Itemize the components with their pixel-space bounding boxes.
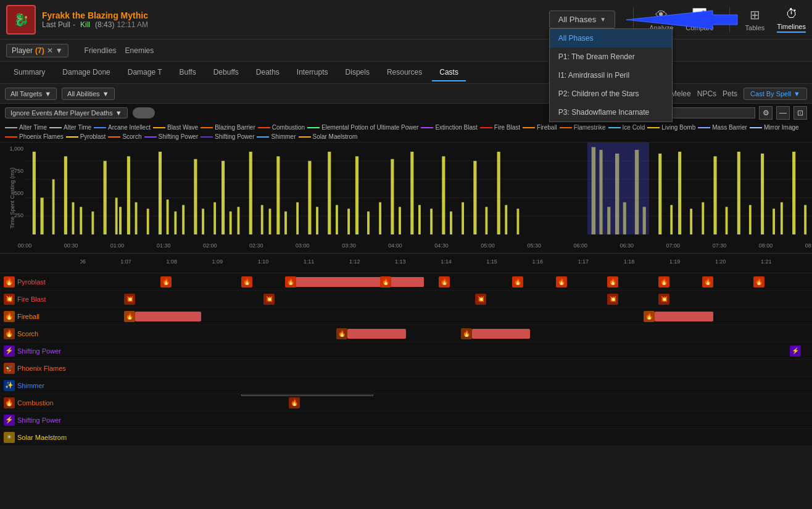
minimize-icon[interactable]: — <box>776 106 790 120</box>
x-tick-0100: 01:00 <box>110 242 125 249</box>
svg-rect-48 <box>450 212 452 234</box>
svg-rect-27 <box>238 207 240 234</box>
phases-all-item[interactable]: All Phases <box>550 29 672 48</box>
tab-summary[interactable]: Summary <box>6 64 52 81</box>
tab-casts[interactable]: Casts <box>432 64 466 81</box>
pyroblast-cast-7[interactable]: 🔥 <box>607 276 618 288</box>
legend-mirror: Mirror Image <box>750 124 799 131</box>
svg-rect-17 <box>147 209 149 234</box>
spell-row-phoenix-flames: 🦅 Phoenix Flames <box>0 360 812 377</box>
svg-rect-70 <box>749 205 752 234</box>
svg-rect-74 <box>792 152 795 234</box>
pyroblast-cast-4[interactable]: 🔥 <box>439 276 450 288</box>
spell-label-shifting-power-2: ⚡ Shifting Power <box>0 415 80 426</box>
phases-container: All Phases ▼ All Phases P1: The Dream Re… <box>549 10 620 28</box>
pyroblast-cast-6[interactable]: 🔥 <box>556 276 567 288</box>
pyroblast-cast-1[interactable]: 🔥 <box>160 276 172 288</box>
scorch-cast-2[interactable]: 🔥 <box>461 328 472 339</box>
tab-deaths[interactable]: Deaths <box>249 64 287 81</box>
pyroblast-cast-8[interactable]: 🔥 <box>658 276 669 288</box>
legend-row: Alter Time Alter Time Arcane Intellect B… <box>0 122 812 143</box>
fire-blast-cast-3[interactable]: 💥 <box>475 294 486 305</box>
y-tick-1000: 1,000 <box>1 146 23 152</box>
player-badge[interactable]: Player (7) ✕ ▼ <box>6 44 68 57</box>
eye-icon: 👁 <box>655 8 668 22</box>
scorch-icon: 🔥 <box>4 328 15 339</box>
tab-damage-t[interactable]: Damage T <box>120 64 170 81</box>
ignore-events-btn[interactable]: Ignore Events After Player Deaths ▼ <box>5 107 128 118</box>
timelines-icon: ⏱ <box>785 7 798 21</box>
pyroblast-cast-9[interactable]: 🔥 <box>702 276 713 288</box>
toggle-switch[interactable] <box>133 107 155 118</box>
tab-buffs[interactable]: Buffs <box>172 64 204 81</box>
tick-114: 1:14 <box>441 259 452 265</box>
spell-row-scorch: 🔥 Scorch 🔥 🔥 <box>0 325 812 342</box>
tick-106: 1:06 <box>80 259 86 265</box>
tick-115: 1:15 <box>486 259 497 265</box>
x-icon: ✕ <box>47 46 53 55</box>
svg-rect-71 <box>761 154 764 234</box>
options-row: Ignore Events After Player Deaths ▼ Filt… <box>0 104 812 122</box>
tables-btn[interactable]: ⊞ Tables <box>745 7 765 31</box>
legend-fireball: Fireball <box>523 124 557 131</box>
shifting-power-2-name: Shifting Power <box>17 416 61 424</box>
svg-rect-36 <box>328 152 331 234</box>
kill-time: (8:43) <box>95 20 114 29</box>
legend-extinction: Extinction Blast <box>421 124 477 131</box>
expand-icon[interactable]: ⊡ <box>793 106 807 120</box>
analyze-btn[interactable]: 👁 Analyze <box>649 8 673 31</box>
phases-wrapper: All Phases ▼ All Phases P1: The Dream Re… <box>549 10 615 28</box>
x-tick-0330: 03:30 <box>342 242 356 249</box>
phoenix-flames-icon: 🦅 <box>4 363 15 374</box>
solar-maelstrom-name: Solar Maelstrom <box>17 434 67 441</box>
compare-btn[interactable]: 📊 Compare <box>686 7 713 31</box>
shifting-power-name: Shifting Power <box>17 347 61 355</box>
tick-108: 1:08 <box>166 259 177 265</box>
tick-117: 1:17 <box>578 259 589 265</box>
pets-btn[interactable]: Pets <box>723 89 737 98</box>
cast-by-spell-btn[interactable]: Cast By Spell ▼ <box>744 88 807 100</box>
npcs-btn[interactable]: NPCs <box>697 89 716 98</box>
all-abilities-btn[interactable]: All Abilities ▼ <box>62 88 114 100</box>
scorch-cast-1[interactable]: 🔥 <box>336 328 347 339</box>
pyroblast-cast-10[interactable]: 🔥 <box>753 276 764 288</box>
pyroblast-cast-2[interactable]: 🔥 <box>241 276 252 288</box>
melee-btn[interactable]: Melee <box>671 89 691 98</box>
x-tick-0030: 00:30 <box>64 242 78 249</box>
tab-interrupts[interactable]: Interrupts <box>289 64 336 81</box>
friendlies-tab[interactable]: Friendlies <box>81 44 120 57</box>
fire-blast-cast-1[interactable]: 💥 <box>124 294 135 305</box>
timeline-ticks: 1:06 1:07 1:08 1:09 1:10 1:11 1:12 1:13 … <box>80 254 812 273</box>
tab-resources[interactable]: Resources <box>379 64 429 81</box>
fireball-cast-2[interactable]: 🔥 <box>644 311 655 322</box>
fire-blast-cast-4[interactable]: 💥 <box>607 294 618 305</box>
tab-dispels[interactable]: Dispels <box>338 64 377 81</box>
fire-blast-cast-5[interactable]: 💥 <box>658 294 669 305</box>
boss-info: Fyrakk the Blazing Mythic Last Pull - Ki… <box>42 10 539 29</box>
shifting-power-cast-1[interactable]: ⚡ <box>790 346 801 357</box>
tick-118: 1:18 <box>624 259 635 265</box>
fireball-bar-2 <box>655 312 713 321</box>
shifting-power-2-icon: ⚡ <box>4 415 15 426</box>
pyroblast-cast-5[interactable]: 🔥 <box>512 276 523 288</box>
all-targets-btn[interactable]: All Targets ▼ <box>5 88 57 100</box>
combustion-cast-1[interactable]: 🔥 <box>289 397 300 408</box>
phases-p2-item[interactable]: P2: Children of the Stars <box>550 85 672 103</box>
phases-i1-item[interactable]: I1: Amirdrassil in Peril <box>550 66 672 85</box>
tab-damage-done[interactable]: Damage Done <box>55 64 117 81</box>
enemies-tab[interactable]: Enemies <box>122 44 158 57</box>
gear-icon[interactable]: ⚙ <box>759 106 773 120</box>
chevron-down-icon: ▼ <box>793 90 800 97</box>
fireball-cast-1[interactable]: 🔥 <box>124 311 135 322</box>
timelines-btn[interactable]: ⏱ Timelines <box>777 7 806 33</box>
phases-p1-item[interactable]: P1: The Dream Render <box>550 48 672 66</box>
legend-solar: Solar Maelstrom <box>299 133 358 140</box>
phases-p3-item[interactable]: P3: Shadowflame Incarnate <box>550 103 672 122</box>
phases-button[interactable]: All Phases ▼ <box>549 10 615 28</box>
header-divider2 <box>729 7 730 32</box>
pyroblast-cast-bar-start[interactable]: 🔥 <box>285 276 296 288</box>
tab-debuffs[interactable]: Debuffs <box>206 64 246 81</box>
tick-113: 1:13 <box>395 259 406 265</box>
fire-blast-cast-2[interactable]: 💥 <box>263 294 275 305</box>
pyroblast-cast-3[interactable]: 🔥 <box>380 276 391 288</box>
